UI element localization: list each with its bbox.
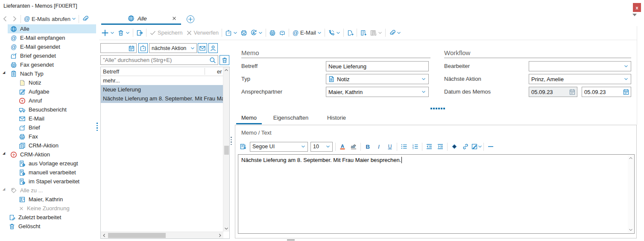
back-icon[interactable] <box>2 15 9 22</box>
calendar-icon[interactable] <box>623 88 629 95</box>
mail-filter-button[interactable] <box>198 43 207 53</box>
font-size-combo[interactable]: 10 <box>310 142 333 152</box>
bullet-list-button[interactable] <box>400 142 408 151</box>
attachment-button[interactable] <box>389 29 401 36</box>
person-history-button[interactable] <box>250 29 263 36</box>
sidebar-item-fax-gesendet[interactable]: Fax gesendet <box>0 60 99 69</box>
scroll-right-icon[interactable] <box>218 233 222 238</box>
fax-button[interactable] <box>269 29 276 36</box>
sidebar-item-im-stapel[interactable]: im Stapel verarbeitet <box>0 177 99 186</box>
sidebar-item-besuchsbericht[interactable]: Besuchsbericht <box>0 105 99 114</box>
sidebar-item-aufgabe[interactable]: Aufgabe <box>0 87 99 96</box>
sidebar-item-email-empfangen[interactable]: @E-Mail empfangen <box>0 33 99 42</box>
sidebar-item-geloescht[interactable]: Gelöscht <box>0 222 99 231</box>
emails-abrufen-button[interactable]: @ E-Mails abrufen <box>23 15 76 22</box>
sidebar-item-email[interactable]: E-Mail <box>0 114 99 123</box>
naechste-aktion-combo[interactable]: Prinz, Amelie <box>529 74 631 84</box>
add-tab-button[interactable] <box>187 15 194 23</box>
sidebar-item-brief[interactable]: Brief <box>0 123 99 132</box>
tab-close-icon[interactable] <box>172 16 177 21</box>
sidebar-group-alle-zu[interactable]: ◢Alle zu ... <box>0 186 99 195</box>
scroll-down-icon[interactable] <box>224 226 228 231</box>
sidebar-splitter-handle[interactable] <box>97 123 98 131</box>
sidebar-item-maier-kathrin[interactable]: Maier, Kathrin <box>0 195 99 204</box>
transfer-button[interactable] <box>136 29 143 36</box>
sidebar-item-keine-zuordnung[interactable]: Keine Zuordnung <box>0 204 99 213</box>
bearbeiter-combo[interactable] <box>529 61 631 71</box>
speichern-button[interactable]: Speichern <box>149 29 183 36</box>
search-input[interactable] <box>101 57 209 63</box>
editor-scrollbar[interactable] <box>628 155 634 233</box>
expand-icon[interactable]: ◢ <box>3 188 5 191</box>
new-memo-button[interactable] <box>101 29 114 37</box>
outdent-button[interactable] <box>425 142 433 151</box>
datum-input-2[interactable] <box>582 89 623 95</box>
highlight-button[interactable]: ab <box>349 142 358 151</box>
sidebar-item-email-gesendet[interactable]: @E-Mail gesendet <box>0 42 99 51</box>
calendar-icon[interactable] <box>569 88 576 95</box>
sidebar-item-aus-vorlage[interactable]: aus Vorlage erzeugt <box>0 159 99 168</box>
scrollbar-thumb[interactable] <box>108 233 166 238</box>
reminder-filter-button[interactable] <box>138 43 148 53</box>
delete-button[interactable] <box>117 29 130 36</box>
underline-button[interactable]: U <box>386 142 394 151</box>
search-icon[interactable] <box>209 57 216 64</box>
export-document-button[interactable] <box>347 29 354 36</box>
expand-icon[interactable]: ◢ <box>3 152 5 155</box>
detail-splitter-handle[interactable] <box>430 108 445 109</box>
scroll-left-icon[interactable] <box>102 233 106 238</box>
email-button[interactable]: @E-Mail <box>292 29 322 36</box>
list-item-selected[interactable]: Neue Lieferung Nächste Lieferung am 8. S… <box>101 85 223 103</box>
italic-button[interactable]: I <box>375 142 383 151</box>
insert-frame-button[interactable] <box>472 142 481 151</box>
list-vertical-scrollbar[interactable] <box>223 67 229 232</box>
sidebar-item-zuletzt-bearbeitet[interactable]: Zuletzt bearbeitet <box>0 213 99 222</box>
collapse-triangle-icon[interactable] <box>632 14 637 16</box>
typ-combo[interactable]: Notiz <box>326 74 429 84</box>
indent-button[interactable] <box>436 142 445 151</box>
ansprechpartner-combo[interactable]: Maier, Kathrin <box>326 87 429 97</box>
font-name-combo[interactable]: Segoe UI <box>250 142 308 152</box>
phone-button[interactable] <box>328 29 340 36</box>
font-color-button[interactable]: A <box>338 142 347 151</box>
list-detail-splitter-handle[interactable] <box>231 137 232 145</box>
clear-search-button[interactable] <box>220 55 229 65</box>
books-button[interactable] <box>370 29 382 36</box>
horizontal-rule-button[interactable] <box>486 142 495 151</box>
list-item-more[interactable]: mehr... <box>101 76 223 85</box>
print-letter-button[interactable] <box>240 29 247 36</box>
sidebar-item-anruf[interactable]: ?Anruf <box>0 96 99 105</box>
scroll-up-icon[interactable] <box>629 156 633 160</box>
column-divider[interactable] <box>205 68 205 75</box>
search-box[interactable] <box>100 55 218 65</box>
scroll-down-icon[interactable] <box>629 228 633 232</box>
scrollbar-thumb[interactable] <box>224 146 229 155</box>
insert-text-block-button[interactable] <box>239 142 247 151</box>
book-add-button[interactable] <box>360 29 367 36</box>
sidebar-item-manuell[interactable]: manuell verarbeitet <box>0 168 99 177</box>
mailbox-button[interactable] <box>279 29 286 36</box>
close-window-button[interactable]: x <box>633 3 641 12</box>
sidebar-item-brief-gesendet[interactable]: Brief gesendet <box>0 51 99 60</box>
expand-icon[interactable]: ◢ <box>3 71 5 74</box>
sidebar-group-crm-aktion[interactable]: ◢?CRM-Aktion <box>0 150 99 159</box>
paperclip-icon[interactable] <box>82 15 88 22</box>
sidebar-item-fax[interactable]: Fax <box>0 132 99 141</box>
sidebar-item-crm-aktion[interactable]: CRM-Aktion <box>0 141 99 150</box>
datum-field-2[interactable] <box>582 87 631 97</box>
column-header-betreff[interactable]: Betreff <box>103 68 119 75</box>
tab-historie[interactable]: Historie <box>323 114 350 123</box>
verwerfen-button[interactable]: Verwerfen <box>186 29 219 36</box>
tab-eigenschaften[interactable]: Eigenschaften <box>269 114 312 123</box>
memo-text-editor[interactable]: Nächste Lieferung am 8. September. Mit F… <box>238 154 635 234</box>
reminder-button[interactable] <box>225 29 237 36</box>
sidebar-group-nach-typ[interactable]: ◢Nach Typ <box>0 69 99 78</box>
numbered-list-button[interactable]: 123 <box>411 142 419 151</box>
tab-memo[interactable]: Memo <box>236 114 262 123</box>
column-header-erstellt[interactable]: er <box>217 68 222 75</box>
datum-input-1[interactable] <box>529 89 569 95</box>
person-filter-button[interactable] <box>208 43 218 53</box>
scroll-up-icon[interactable] <box>224 68 228 72</box>
naechste-aktion-filter-combo[interactable]: nächste Aktion <box>149 43 197 53</box>
list-horizontal-scrollbar[interactable] <box>101 232 223 238</box>
